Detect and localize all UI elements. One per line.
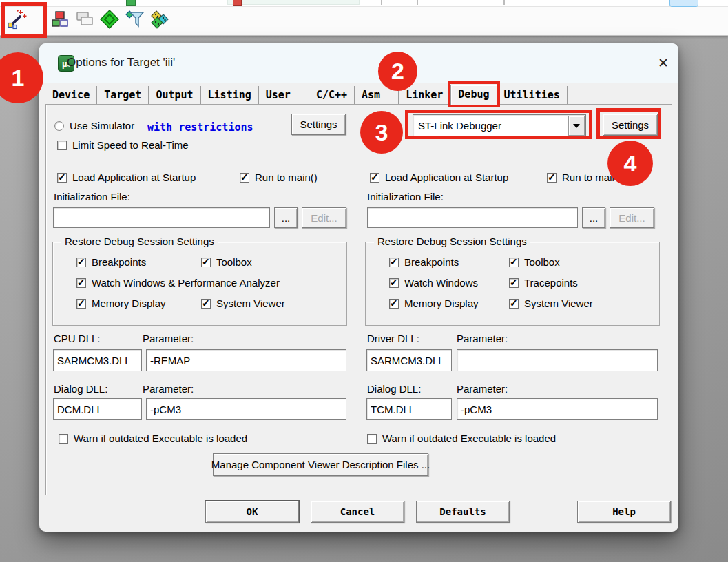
sim-memory-label: Memory Display [92,298,166,309]
sim-init-file-input[interactable] [53,207,270,228]
sim-watch-checkbox[interactable] [76,278,86,288]
sim-run-to-main-checkbox[interactable] [240,173,249,183]
dbg-dialog-dll-input[interactable] [366,398,452,420]
defaults-button[interactable]: Defaults [416,501,510,523]
dbg-run-to-main-checkbox[interactable] [547,173,557,183]
toolbar-tick [417,0,418,5]
sim-toolbox-checkbox[interactable] [201,258,211,267]
cpu-parameter-input[interactable] [146,349,346,371]
sim-edit-button[interactable]: Edit... [302,207,346,228]
sim-breakpoints-checkbox[interactable] [76,258,86,267]
sim-breakpoints-checkbox-row[interactable]: Breakpoints [76,256,146,268]
dbg-toolbox-label: Toolbox [524,256,560,268]
use-simulator-radio-row[interactable]: Use Simulator [54,120,134,132]
dbg-memory-checkbox-row[interactable]: Memory Display [389,298,479,309]
sim-breakpoints-label: Breakpoints [92,256,146,268]
tab-user[interactable]: User [259,86,309,105]
dbg-dialog-parameter-input[interactable] [457,398,658,420]
dbg-warn-checkbox-row[interactable]: Warn if outdated Executable is loaded [367,433,556,444]
dbg-breakpoints-checkbox-row[interactable]: Breakpoints [389,256,459,268]
help-button[interactable]: Help [577,501,671,523]
sim-watch-checkbox-row[interactable]: Watch Windows & Performance Analyzer [76,277,280,289]
sim-browse-button[interactable]: ... [274,207,298,228]
options-tabstrip: Device Target Output Listing User C/C++ … [45,85,568,105]
cpu-dll-input[interactable] [53,349,142,371]
tab-utilities[interactable]: Utilities [497,86,568,105]
toolbar-highlighted-button-fragment[interactable] [669,0,698,7]
sim-restore-session-group: Restore Debug Session Settings Breakpoin… [52,242,347,326]
dbg-memory-checkbox[interactable] [389,299,399,309]
sim-run-to-main-checkbox-row[interactable]: Run to main() [240,171,318,183]
driver-parameter-input[interactable] [457,349,658,371]
dbg-load-app-checkbox-row[interactable]: Load Application at Startup [370,171,508,183]
dbg-tracepoints-label: Tracepoints [524,277,578,289]
limit-speed-checkbox-row[interactable]: Limit Speed to Real-Time [57,139,189,151]
sim-load-app-checkbox-row[interactable]: Load Application at Startup [57,171,196,183]
annotation-step-4-badge: 4 [607,140,653,186]
software-packs-icon[interactable] [149,8,171,30]
annotation-step-3-badge: 3 [360,111,403,154]
dbg-tracepoints-checkbox-row[interactable]: Tracepoints [509,277,578,289]
toolbar-fragment-light [227,0,360,5]
dbg-load-app-checkbox[interactable] [370,173,379,183]
sim-dialog-dll-input[interactable] [53,398,142,420]
sim-warn-label: Warn if outdated Executable is loaded [74,433,247,444]
limit-speed-checkbox[interactable] [57,140,67,150]
tab-ccpp[interactable]: C/C++ [309,86,355,105]
dbg-watch-checkbox[interactable] [389,278,399,288]
dialog-titlebar[interactable]: µs Options for Target 'iii' ✕ [39,43,678,83]
tab-linker[interactable]: Linker [399,86,450,105]
annotation-step-4-number: 4 [624,150,637,177]
dbg-init-file-input[interactable] [367,207,578,228]
sim-dialog-parameter-input[interactable] [146,398,346,420]
toolbar-fragment-green [126,0,136,6]
driver-dll-input[interactable] [366,349,452,371]
dbg-breakpoints-checkbox[interactable] [389,258,399,267]
dialog-title: Options for Target 'iii' [67,56,175,70]
dbg-tracepoints-checkbox[interactable] [509,278,519,288]
filter-funnel-icon[interactable] [124,8,146,30]
tab-target[interactable]: Target [97,86,149,105]
tab-debug[interactable]: Debug [450,85,497,105]
annotation-step-2-number: 2 [391,58,404,85]
tab-output[interactable]: Output [149,86,200,105]
sim-memory-checkbox-row[interactable]: Memory Display [76,298,166,309]
sim-system-viewer-checkbox-row[interactable]: System Viewer [201,298,285,309]
sim-load-app-checkbox[interactable] [57,173,67,183]
dbg-edit-button[interactable]: Edit... [610,207,654,228]
dbg-toolbox-checkbox-row[interactable]: Toolbox [509,256,560,268]
sim-memory-checkbox[interactable] [76,299,86,309]
ok-button[interactable]: OK [205,501,299,523]
dbg-watch-checkbox-row[interactable]: Watch Windows [389,277,478,289]
driver-parameter-label: Parameter: [457,333,508,344]
with-restrictions-link[interactable]: with restrictions [147,121,253,134]
dbg-breakpoints-label: Breakpoints [404,256,459,268]
dbg-memory-label: Memory Display [404,298,479,309]
manage-component-viewer-button[interactable]: Manage Component Viewer Description File… [213,453,428,476]
sim-dialog-parameter-label: Parameter: [143,383,194,395]
sim-warn-checkbox-row[interactable]: Warn if outdated Executable is loaded [59,433,247,444]
sim-system-viewer-checkbox[interactable] [201,299,211,309]
dbg-restore-session-title: Restore Debug Session Settings [374,236,530,247]
dbg-toolbox-checkbox[interactable] [509,258,519,267]
annotation-step-2-badge: 2 [378,52,417,91]
sim-warn-checkbox[interactable] [59,434,68,444]
manage-run-time-environment-icon[interactable] [49,8,71,30]
dbg-load-app-label: Load Application at Startup [385,171,508,183]
annotation-rect-settings-button [596,108,661,139]
annotation-step-1-number: 1 [12,65,25,92]
tab-listing[interactable]: Listing [201,86,259,105]
close-icon[interactable]: ✕ [655,54,672,71]
windows-cascade-icon[interactable] [74,8,96,30]
green-diamond-icon[interactable] [98,8,121,30]
sim-toolbox-checkbox-row[interactable]: Toolbox [201,256,252,268]
dbg-system-viewer-checkbox[interactable] [509,299,519,309]
use-simulator-radio[interactable] [54,121,64,131]
simulator-settings-button[interactable]: Settings [291,114,346,135]
dbg-browse-button[interactable]: ... [582,207,605,228]
dbg-warn-checkbox[interactable] [367,434,377,444]
annotation-rect-debugger-select [405,110,592,139]
cancel-button[interactable]: Cancel [311,501,404,523]
dbg-system-viewer-checkbox-row[interactable]: System Viewer [509,298,593,309]
tab-device[interactable]: Device [45,86,97,105]
